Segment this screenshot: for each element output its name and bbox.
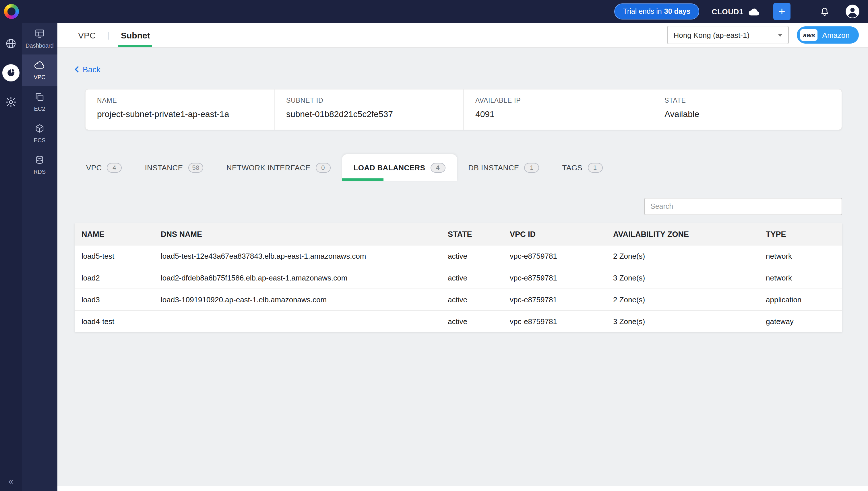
load-balancers-table: NAME DNS NAME STATE VPC ID AVAILABILITY … [75,223,842,332]
ec2-icon [34,92,45,103]
sidebar-item-rds[interactable]: RDS [22,149,57,181]
search-row [75,198,842,215]
count-badge: 0 [316,163,331,172]
tab-instance[interactable]: INSTANCE 58 [133,154,215,181]
cell-state: active [441,267,503,289]
page-header: VPC | Subnet Hong Kong (ap-east-1) aws A… [57,23,868,48]
tab-label: INSTANCE [145,163,183,172]
cell-type: network [759,267,842,289]
provider-label: Amazon [822,31,850,39]
cell-state: active [441,311,503,332]
tab-subnet[interactable]: Subnet [117,23,154,47]
sidebar-item-ec2[interactable]: EC2 [22,86,57,118]
tab-load-balancers[interactable]: LOAD BALANCERS 4 [342,154,457,181]
chevron-left-icon [75,66,79,73]
sidebar-item-ecs[interactable]: ECS [22,118,57,149]
collapse-sidebar-icon[interactable]: « [0,476,22,486]
top-bar: Trial ends in 30 days CLOUD1 + [0,0,868,23]
cell-vpc-id: vpc-e8759781 [503,311,606,332]
cell-availability-zone: 3 Zone(s) [606,267,759,289]
cell-vpc-id: vpc-e8759781 [503,289,606,311]
cell-vpc-id: vpc-e8759781 [503,267,606,289]
region-select-value: Hong Kong (ap-east-1) [674,31,750,39]
cell-type: network [759,245,842,267]
summary-label: SUBNET ID [286,97,463,104]
cell-dns-name: load5-test-12e43a67ea837843.elb.ap-east-… [154,245,441,267]
cell-dns-name [154,311,441,332]
back-label: Back [83,65,101,74]
icon-rail: « [0,23,22,491]
cell-name: load3 [75,289,154,311]
trial-badge-button[interactable]: Trial ends in 30 days [615,3,699,20]
summary-name: NAME project-subnet-private1-ap-east-1a [85,89,274,129]
summary-value: 4091 [475,109,652,119]
table-row[interactable]: load4-test active vpc-e8759781 3 Zone(s)… [75,311,842,332]
settings-gear-icon[interactable] [5,96,17,108]
header-tab-divider: | [107,30,109,39]
vpc-cloud-icon [34,60,45,72]
count-badge: 4 [107,163,122,172]
cell-type: application [759,289,842,311]
trial-text: Trial ends in [623,7,662,16]
col-name: NAME [75,223,154,245]
summary-available-ip: AVAILABLE IP 4091 [463,89,652,129]
col-dns-name: DNS NAME [154,223,441,245]
content-area: Back NAME project-subnet-private1-ap-eas… [57,48,868,486]
summary-value: project-subnet-private1-ap-east-1a [97,109,274,119]
back-link[interactable]: Back [75,65,101,74]
sidebar-item-vpc[interactable]: VPC [22,55,57,86]
sidebar-item-dashboard[interactable]: Dashboard [22,23,57,55]
trial-days: 30 days [664,7,690,16]
tab-tags[interactable]: TAGS 1 [551,154,614,181]
cell-name: load2 [75,267,154,289]
count-badge: 4 [430,163,445,172]
subnet-summary-card: NAME project-subnet-private1-ap-east-1a … [85,89,842,130]
aws-logo: aws [801,29,818,41]
dashboard-icon [34,29,45,40]
summary-value: Available [664,109,842,119]
tab-label: LOAD BALANCERS [354,163,425,172]
tab-vpc-resources[interactable]: VPC 4 [75,154,133,181]
cell-availability-zone: 2 Zone(s) [606,289,759,311]
search-input[interactable] [644,198,842,215]
cell-name: load5-test [75,245,154,267]
cell-availability-zone: 2 Zone(s) [606,245,759,267]
region-select[interactable]: Hong Kong (ap-east-1) [667,26,789,44]
add-button[interactable]: + [773,3,790,20]
tab-label: DB INSTANCE [468,163,519,172]
main-panel: VPC | Subnet Hong Kong (ap-east-1) aws A… [57,23,868,491]
resource-tabs: VPC 4 INSTANCE 58 NETWORK INTERFACE 0 LO… [75,154,842,181]
summary-label: AVAILABLE IP [475,97,652,104]
cell-name: load4-test [75,311,154,332]
sidebar-item-label: Dashboard [26,42,54,49]
tab-db-instance[interactable]: DB INSTANCE 1 [457,154,550,181]
notifications-bell-icon[interactable] [819,6,830,17]
summary-label: NAME [97,97,274,104]
summary-state: STATE Available [652,89,842,129]
cloud-service-active-icon[interactable] [2,64,20,82]
table-row[interactable]: load2 load2-dfdeb8a6b75f1586.elb.ap-east… [75,267,842,289]
summary-subnet-id: SUBNET ID subnet-01b82d21c5c2fe537 [274,89,463,129]
table-row[interactable]: load5-test load5-test-12e43a67ea837843.e… [75,245,842,267]
col-availability-zone: AVAILABILITY ZONE [606,223,759,245]
tab-label: TAGS [562,163,582,172]
sidebar-item-label: RDS [34,169,46,175]
tab-label: VPC [86,163,102,172]
cell-availability-zone: 3 Zone(s) [606,311,759,332]
cell-dns-name: load3-1091910920.ap-east-1.elb.amazonaws… [154,289,441,311]
table-row[interactable]: load3 load3-1091910920.ap-east-1.elb.ama… [75,289,842,311]
rds-icon [34,155,45,166]
ecs-icon [34,123,45,135]
account-name[interactable]: CLOUD1 [712,7,744,16]
summary-value: subnet-01b82d21c5c2fe537 [286,109,463,119]
cloud-icon [748,7,761,16]
cell-type: gateway [759,311,842,332]
sidebar-item-label: VPC [34,74,45,80]
tab-vpc[interactable]: VPC [75,23,99,47]
tab-network-interface[interactable]: NETWORK INTERFACE 0 [215,154,342,181]
dns-icon[interactable] [5,38,17,49]
app-window: Trial ends in 30 days CLOUD1 + [0,0,868,491]
user-avatar[interactable] [845,4,860,19]
sidebar-nav: Dashboard VPC EC2 [22,23,57,491]
provider-amazon-button[interactable]: aws Amazon [797,26,859,44]
